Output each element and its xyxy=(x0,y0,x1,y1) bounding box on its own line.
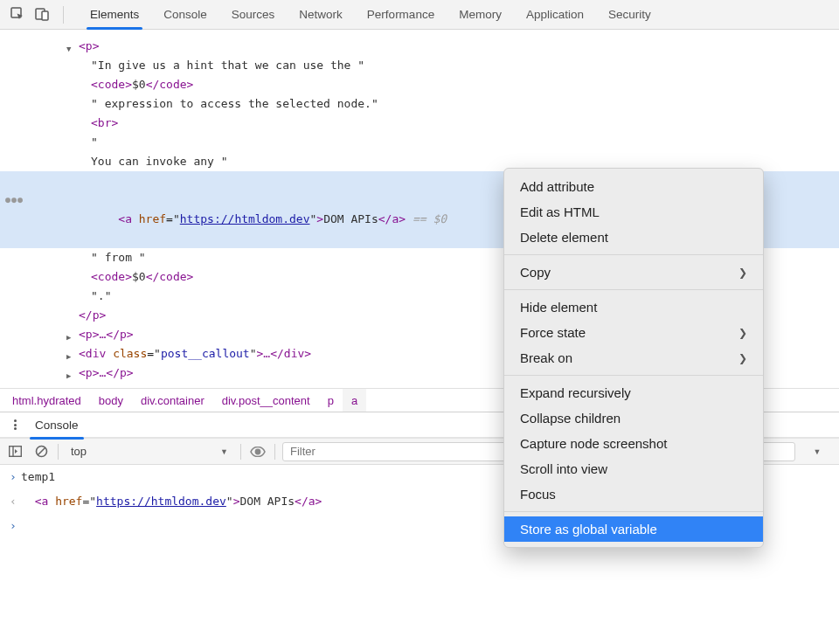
tree-text-3[interactable]: You can invoke any " xyxy=(0,152,839,171)
tab-performance[interactable]: Performance xyxy=(355,0,447,29)
tree-node-a-selected[interactable]: ●●● <a href="https://htmldom.dev">DOM AP… xyxy=(0,171,839,248)
console-drawer-header: Console xyxy=(0,412,839,439)
console-output-prompt-icon: ‹ xyxy=(5,492,21,511)
clear-console-icon[interactable] xyxy=(31,442,51,461)
tree-node-p2[interactable]: <p>…</p> xyxy=(0,325,839,344)
toggle-sidebar-icon[interactable] xyxy=(5,442,24,461)
chevron-down-icon: ▼ xyxy=(220,447,228,456)
console-toolbar: top ▼ ▼ xyxy=(0,439,839,465)
levels-dropdown-icon[interactable]: ▼ xyxy=(808,442,827,461)
crumb-body[interactable]: body xyxy=(90,389,132,412)
console-prompt-line[interactable]: › xyxy=(0,514,839,538)
tree-text-4[interactable]: " from " xyxy=(0,248,839,267)
console-expr: temp1 xyxy=(21,467,834,487)
console-result: <a href="https://htmldom.dev">DOM APIs</… xyxy=(21,492,834,511)
live-expression-icon[interactable] xyxy=(248,442,267,461)
tree-text-1[interactable]: "In give us a hint that we can use the " xyxy=(0,56,839,75)
tree-node-p-open[interactable]: <p> xyxy=(0,37,839,56)
toolbar-divider xyxy=(63,6,64,24)
crumb-p[interactable]: p xyxy=(319,389,343,412)
console-tab[interactable]: Console xyxy=(31,419,82,432)
svg-line-6 xyxy=(38,447,45,455)
console-input-prompt-icon: › xyxy=(5,467,21,487)
tab-memory[interactable]: Memory xyxy=(447,0,514,29)
filter-field[interactable] xyxy=(290,445,787,458)
tab-console[interactable]: Console xyxy=(151,0,219,29)
elements-tree[interactable]: <p> "In give us a hint that we can use t… xyxy=(0,30,839,388)
svg-rect-2 xyxy=(42,11,48,20)
tree-text-dot[interactable]: "." xyxy=(0,287,839,306)
tree-text-quote[interactable]: " xyxy=(0,133,839,152)
tab-elements[interactable]: Elements xyxy=(78,0,151,29)
crumb-div-container[interactable]: div.container xyxy=(132,389,213,412)
tree-node-code1[interactable]: <code>$0</code> xyxy=(0,75,839,94)
toolbar-divider xyxy=(274,444,275,460)
inspect-element-icon[interactable] xyxy=(7,4,28,25)
crumb-a[interactable]: a xyxy=(343,389,366,412)
console-input-line[interactable]: › temp1 xyxy=(0,465,839,489)
execution-context-select[interactable]: top ▼ xyxy=(66,442,233,461)
tab-security[interactable]: Security xyxy=(596,0,663,29)
tab-network[interactable]: Network xyxy=(287,0,355,29)
tree-node-br[interactable]: <br> xyxy=(0,114,839,133)
tree-node-div[interactable]: <div class="post__callout">…</div> xyxy=(0,344,839,364)
console-filter-input[interactable] xyxy=(282,442,795,461)
svg-point-7 xyxy=(255,449,260,454)
toolbar-divider xyxy=(58,444,59,460)
toolbar-divider xyxy=(240,444,241,460)
selected-gutter-icon: ●●● xyxy=(5,190,24,210)
crumb-html[interactable]: html.hydrated xyxy=(3,389,90,412)
console-output: › temp1 ‹ <a href="https://htmldom.dev">… xyxy=(0,465,839,538)
console-settings-icon[interactable] xyxy=(7,417,23,433)
breadcrumb: html.hydrated body div.container div.pos… xyxy=(0,388,839,412)
context-label: top xyxy=(71,445,87,458)
tree-text-2[interactable]: " expression to access the selected node… xyxy=(0,94,839,114)
device-toolbar-icon[interactable] xyxy=(31,4,52,25)
tree-node-p-close[interactable]: </p> xyxy=(0,306,839,325)
console-output-line[interactable]: ‹ <a href="https://htmldom.dev">DOM APIs… xyxy=(0,489,839,514)
panel-tabs: Elements Console Sources Network Perform… xyxy=(78,0,663,29)
tree-node-p3[interactable]: <p>…</p> xyxy=(0,364,839,383)
crumb-div-postcontent[interactable]: div.post__content xyxy=(213,389,319,412)
devtools-toolbar: Elements Console Sources Network Perform… xyxy=(0,0,839,30)
tab-application[interactable]: Application xyxy=(514,0,596,29)
tab-sources[interactable]: Sources xyxy=(219,0,288,29)
console-input-prompt-icon: › xyxy=(5,516,21,536)
tree-node-code2[interactable]: <code>$0</code> xyxy=(0,267,839,287)
